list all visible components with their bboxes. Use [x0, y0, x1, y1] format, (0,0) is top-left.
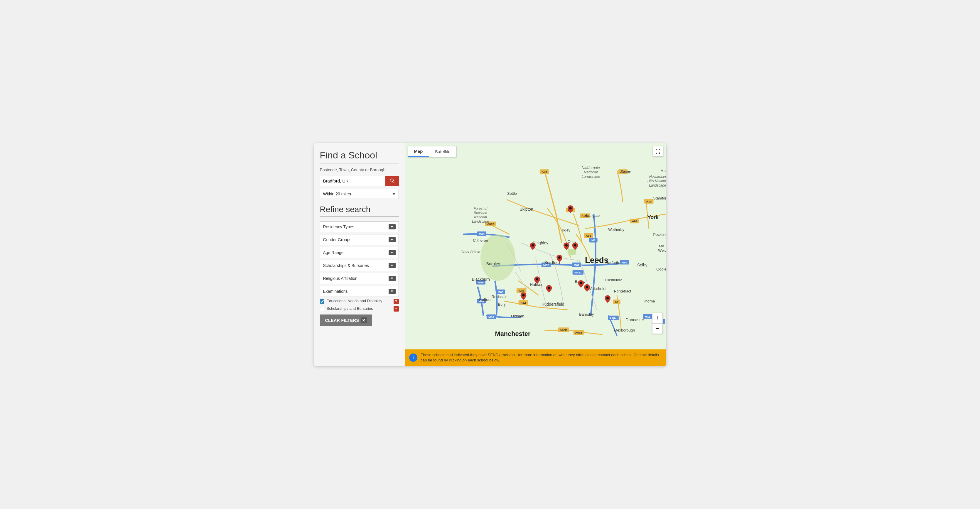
svg-text:Forest of: Forest of — [473, 206, 487, 210]
svg-text:M66: M66 — [498, 290, 503, 293]
search-button[interactable] — [385, 176, 399, 186]
svg-text:M1: M1 — [591, 238, 595, 242]
filter-age-range[interactable]: Age Range▼ — [320, 247, 399, 258]
svg-text:Clitheroe: Clitheroe — [473, 238, 488, 243]
svg-text:Landscape: Landscape — [581, 174, 600, 178]
svg-text:A1: A1 — [614, 300, 619, 304]
svg-text:Howardian: Howardian — [649, 174, 666, 178]
svg-text:Skipton: Skipton — [520, 206, 533, 211]
zoom-out-button[interactable]: − — [652, 323, 663, 334]
filter-label: Scholarships & Bursaries — [323, 263, 369, 268]
dropdown-arrow-icon: ▼ — [388, 276, 396, 281]
filter-label: Gender Groups — [323, 237, 352, 242]
svg-text:Pontefract: Pontefract — [614, 289, 631, 293]
title-divider — [320, 163, 399, 163]
filter-label: Age Range — [323, 250, 344, 255]
svg-point-106 — [574, 244, 576, 246]
svg-text:Stamford Bridge: Stamford Bridge — [653, 196, 666, 200]
svg-rect-0 — [405, 156, 666, 353]
svg-point-104 — [531, 244, 534, 246]
svg-text:Thorne: Thorne — [643, 299, 655, 303]
svg-text:Goole: Goole — [656, 267, 666, 271]
svg-text:Rochdale: Rochdale — [491, 295, 507, 299]
svg-text:Doncaster: Doncaster — [625, 317, 644, 322]
filter-scholarships-bursaries[interactable]: Scholarships & Bursaries▼ — [320, 260, 399, 271]
refine-title: Refine search — [320, 205, 399, 214]
map-canvas[interactable]: M62 M62 M62 M65 M65 M66 M60 M61 — [405, 143, 666, 366]
svg-text:Barnsley: Barnsley — [579, 312, 594, 316]
bursaries-checkbox[interactable] — [320, 307, 324, 311]
sidebar: Find a School Postcode, Town, County or … — [314, 143, 405, 366]
filter-gender-groups[interactable]: Gender Groups▼ — [320, 234, 399, 245]
svg-text:Bury: Bury — [498, 302, 506, 306]
svg-text:M60: M60 — [488, 315, 494, 318]
svg-text:Nidderdale: Nidderdale — [581, 165, 600, 170]
help-icon[interactable]: ? — [394, 306, 399, 312]
svg-text:Ripon: Ripon — [620, 170, 631, 174]
search-input[interactable] — [320, 176, 385, 186]
distance-select[interactable]: Within 5 miles Within 10 miles Within 20… — [320, 189, 399, 199]
svg-point-112 — [606, 297, 609, 299]
svg-text:Bowland: Bowland — [474, 211, 487, 215]
info-text: These schools had indicated they have SE… — [421, 352, 662, 363]
zoom-in-button[interactable]: + — [652, 313, 663, 323]
svg-text:Bolton: Bolton — [479, 297, 490, 302]
filter-label: Examinations — [323, 289, 348, 294]
svg-text:Landscape: Landscape — [649, 183, 666, 187]
checkbox-row-send-checkbox: Educational Needs and Disability? — [320, 299, 399, 304]
svg-text:Ma...: Ma... — [660, 168, 666, 173]
svg-text:A58: A58 — [519, 289, 524, 292]
search-row — [320, 176, 399, 186]
send-checkbox[interactable] — [320, 299, 324, 304]
map-controls: + − — [652, 313, 663, 334]
map-tabs: Map Satellite — [408, 146, 457, 157]
filter-religious-affiliation[interactable]: Religious Affiliation▼ — [320, 273, 399, 284]
svg-text:M65: M65 — [479, 232, 485, 235]
dropdown-arrow-icon: ▼ — [388, 250, 396, 255]
svg-text:Ma: Ma — [659, 244, 665, 248]
checkbox-label-bursaries-checkbox: Scholarships and Bursaries — [327, 306, 391, 311]
fullscreen-icon — [655, 149, 661, 154]
svg-point-113 — [522, 294, 525, 296]
map-area: Map Satellite — [405, 143, 666, 366]
clear-filters-button[interactable]: CLEAR FILTERS ✕ — [320, 314, 372, 326]
svg-text:Burnley: Burnley — [486, 261, 500, 266]
svg-text:Landscape: Landscape — [472, 219, 489, 224]
svg-point-108 — [536, 278, 538, 281]
svg-point-109 — [548, 287, 550, 289]
svg-point-103 — [569, 207, 571, 209]
svg-text:Manchester: Manchester — [495, 330, 530, 337]
fullscreen-button[interactable] — [653, 146, 663, 157]
tab-satellite[interactable]: Satellite — [429, 146, 457, 157]
svg-text:Ha...gate: Ha...gate — [584, 213, 600, 218]
svg-point-105 — [565, 244, 567, 246]
page-title: Find a School — [320, 150, 399, 160]
svg-text:M621: M621 — [574, 271, 582, 274]
svg-text:Garforth: Garforth — [605, 260, 619, 265]
filters-container: Residency Types▼Gender Groups▼Age Range▼… — [320, 221, 399, 297]
svg-text:A1(M): A1(M) — [609, 316, 617, 319]
refine-divider — [320, 216, 399, 217]
filter-examinations[interactable]: Examinations▼ — [320, 286, 399, 297]
filter-residency-types[interactable]: Residency Types▼ — [320, 221, 399, 232]
dropdown-arrow-icon: ▼ — [388, 289, 396, 294]
svg-text:Castleford: Castleford — [605, 277, 622, 282]
tab-map[interactable]: Map — [408, 146, 429, 157]
svg-text:A61: A61 — [585, 234, 591, 237]
search-icon — [390, 178, 395, 183]
svg-point-111 — [586, 286, 588, 288]
svg-text:Settle: Settle — [507, 191, 517, 196]
svg-text:Bradford: Bradford — [544, 260, 560, 265]
info-icon: i — [409, 354, 417, 362]
svg-text:Leeds: Leeds — [585, 255, 608, 264]
svg-text:Oldham: Oldham — [511, 314, 524, 318]
svg-text:Wetherby: Wetherby — [608, 227, 624, 232]
checkbox-row-bursaries-checkbox: Scholarships and Bursaries? — [320, 306, 399, 312]
svg-text:Weic...: Weic... — [658, 248, 666, 252]
help-icon[interactable]: ? — [394, 299, 399, 304]
filter-label: Residency Types — [323, 224, 354, 229]
svg-text:M62: M62 — [573, 263, 579, 266]
svg-text:Mexborough: Mexborough — [614, 328, 635, 332]
svg-text:National: National — [584, 170, 598, 174]
checkboxes-container: Educational Needs and Disability?Scholar… — [320, 299, 399, 312]
